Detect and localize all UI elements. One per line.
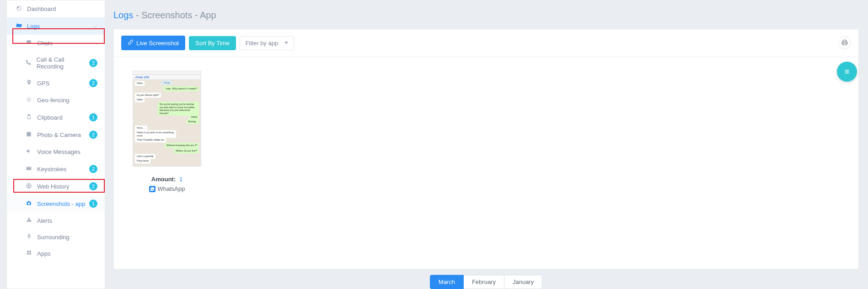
sidebar-item-clipboard[interactable]: Clipboard 1 [7,109,105,126]
sidebar-label: GPS [37,80,49,87]
sidebar-item-voice[interactable]: Voice Messages [7,143,105,160]
badge: 2 [89,165,97,173]
breadcrumb: Logs - Screenshots - App [113,0,859,29]
print-button[interactable] [838,37,851,49]
badge: 1 [89,200,97,208]
sidebar-item-surrounding[interactable]: Surrounding [7,229,105,245]
screenshot-card[interactable]: ‹ Chats (23) Today Haha I see. Why doesn… [126,71,208,192]
sidebar-label: Call & Call Recording [37,56,89,70]
image-icon [24,131,33,139]
camera-icon [24,200,33,208]
sidebar-item-call[interactable]: Call & Call Recording 2 [7,52,105,74]
floating-menu-button[interactable]: ≡ [837,62,857,82]
badge: 2 [89,59,97,67]
sidebar-item-screenshots[interactable]: Screenshots - app 1 [7,195,105,212]
dashboard-icon [14,5,23,13]
screenshot-meta: Amount: 1 WhatsApp [126,176,208,192]
breadcrumb-app: App [200,10,216,20]
clipboard-icon [24,114,33,121]
sidebar-item-alerts[interactable]: Alerts [7,212,105,229]
sidebar-label: Photo & Camera [37,131,81,138]
content-panel: Live Screenshot Sort By Time Filter by a… [113,29,859,269]
toolbar: Live Screenshot Sort By Time Filter by a… [114,29,858,57]
sidebar-label: Dashboard [27,5,56,12]
sidebar-item-logs[interactable]: Logs ⌄ [7,17,105,35]
sidebar-label: Geo-fencing [37,97,70,104]
folder-open-icon [14,22,23,30]
keyboard-icon [24,165,33,173]
sort-by-time-button[interactable]: Sort By Time [189,36,236,50]
screenshot-gallery: ‹ Chats (23) Today Haha I see. Why doesn… [114,57,858,206]
sidebar-label: Web History [37,183,70,190]
month-january-button[interactable]: January [504,275,542,289]
whatsapp-icon [149,186,155,192]
badge: 2 [89,79,97,87]
month-march-button[interactable]: March [430,275,464,289]
sidebar-item-photo[interactable]: Photo & Camera 2 [7,126,105,143]
menu-icon: ≡ [845,67,850,77]
sidebar-item-keystrokes[interactable]: Keystrokes 2 [7,160,105,178]
breadcrumb-screenshots: Screenshots [141,10,192,20]
link-icon [128,39,134,47]
badge: 1 [89,113,97,121]
sidebar-item-dashboard[interactable]: Dashboard [7,0,105,17]
sidebar-label: Surrounding [37,234,70,241]
chat-icon [24,39,33,47]
app-name: WhatsApp [158,185,185,192]
mic-icon [24,233,33,241]
breadcrumb-logs[interactable]: Logs [113,10,133,20]
phone-icon [24,59,33,67]
sidebar-item-geofencing[interactable]: Geo-fencing [7,92,105,109]
speaker-icon [24,148,33,156]
sidebar-label: Alerts [37,217,52,224]
print-icon [841,39,848,47]
pin-icon [24,79,33,87]
sidebar-item-chats[interactable]: Chats ‹ [7,35,105,52]
sidebar-item-gps[interactable]: GPS 2 [7,74,105,92]
sidebar-label: Apps [37,250,51,257]
svg-point-1 [28,99,29,100]
sidebar-label: Chats [37,40,53,47]
sidebar-label: Voice Messages [37,148,80,155]
sidebar-label: Keystrokes [37,166,66,173]
apps-icon [24,250,33,257]
amount-label: Amount: [151,176,176,183]
live-screenshot-button[interactable]: Live Screenshot [121,36,185,50]
sidebar-label: Screenshots - app [37,200,86,207]
badge: 2 [89,131,97,139]
geofence-icon [24,96,33,104]
month-selector: March February January [113,275,859,289]
sidebar-label: Logs [27,23,40,30]
screenshot-thumbnail[interactable]: ‹ Chats (23) Today Haha I see. Why doesn… [133,71,201,167]
badge: 2 [89,182,97,190]
alert-icon [24,217,33,224]
sidebar-item-webhistory[interactable]: Web History 2 [7,178,105,195]
sidebar: Dashboard Logs ⌄ Chats ‹ Call & Call Rec… [6,0,105,289]
chevron-down-icon: ⌄ [93,23,97,29]
chevron-left-icon: ‹ [96,41,97,46]
month-february-button[interactable]: February [464,275,504,289]
sidebar-item-apps[interactable]: Apps [7,245,105,262]
filter-by-app-dropdown[interactable]: Filter by app [240,36,295,50]
sidebar-label: Clipboard [37,114,63,121]
globe-icon [24,183,33,190]
amount-value: 1 [179,176,182,183]
